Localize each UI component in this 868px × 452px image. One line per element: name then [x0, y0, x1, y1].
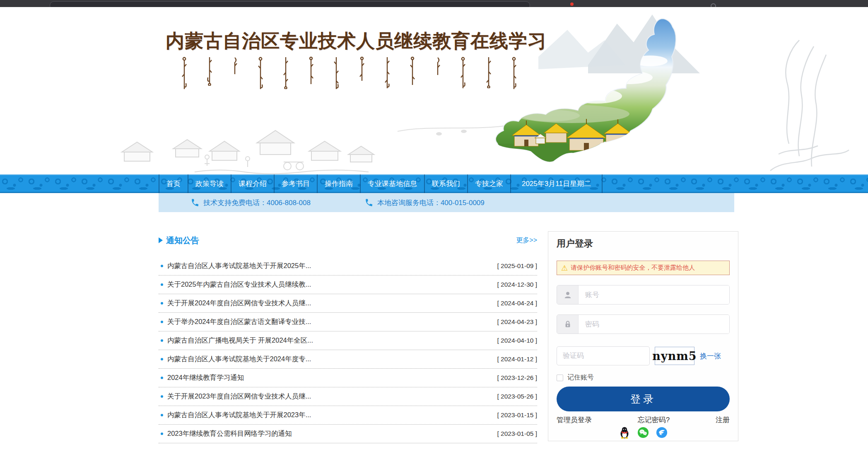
user-icon: [557, 285, 579, 304]
captcha-row: nynm5 换一张: [557, 346, 730, 365]
notices-header: 通知公告 更多>>: [159, 232, 537, 249]
notification-dot-icon: [570, 2, 574, 6]
notice-item[interactable]: 内蒙古自治区广播电视局关于 开展2024年全区...[ 2024-04-10 ]: [159, 331, 537, 350]
security-warning: ⚠ 请保护你账号和密码的安全，不要泄露给他人: [557, 261, 730, 275]
captcha-image[interactable]: nynm5: [655, 347, 694, 365]
notice-link[interactable]: 关于开展2023年度自治区网信专业技术人员继...: [167, 392, 311, 401]
notice-item[interactable]: 2024年继续教育学习通知[ 2023-12-26 ]: [159, 369, 537, 387]
bullet-icon: [161, 321, 163, 323]
nav-item-guide[interactable]: 操作指南: [318, 174, 361, 193]
dingtalk-icon[interactable]: [656, 426, 668, 439]
login-panel: 用户登录 ⚠ 请保护你账号和密码的安全，不要泄露给他人 nynm5 换一张 记住…: [548, 231, 738, 441]
site-title: 内蒙古自治区专业技术人员继续教育在线学习: [166, 29, 538, 53]
admin-login-link[interactable]: 管理员登录: [557, 415, 592, 425]
bullet-icon: [161, 283, 163, 286]
bullet-icon: [161, 433, 163, 435]
warning-icon: ⚠: [561, 263, 568, 273]
bullet-icon: [161, 377, 163, 379]
browser-chrome-bar: [0, 0, 868, 7]
nav-item-zhuanji-home[interactable]: 专技之家: [468, 174, 511, 193]
nav-item-courses[interactable]: 课程介绍: [231, 174, 275, 193]
notice-link[interactable]: 内蒙古自治区人事考试院基地关于2024年度专...: [167, 355, 311, 364]
notice-link[interactable]: 内蒙古自治区人事考试院基地关于开展2023年...: [167, 411, 311, 420]
notice-date: [ 2023-01-15 ]: [497, 411, 537, 419]
warning-text: 请保护你账号和密码的安全，不要泄露给他人: [571, 264, 695, 272]
bullet-icon: [161, 302, 163, 305]
notice-item[interactable]: 内蒙古自治区人事考试院基地关于2024年度专...[ 2024-01-12 ]: [159, 350, 537, 369]
password-field-wrap: [557, 314, 730, 334]
lock-icon: [557, 315, 579, 334]
notice-date: [ 2023-12-26 ]: [497, 374, 537, 382]
notice-item[interactable]: 关于开展2023年度自治区网信专业技术人员继...[ 2023-05-26 ]: [159, 387, 537, 406]
bullet-icon: [161, 339, 163, 342]
bullet-icon: [161, 358, 163, 360]
mongolian-script: [181, 56, 517, 92]
more-link[interactable]: 更多>>: [516, 236, 537, 245]
notice-item[interactable]: 关于举办2024年度自治区蒙古语文翻译专业技...[ 2024-04-23 ]: [159, 313, 537, 331]
site-banner: 内蒙古自治区专业技术人员继续教育在线学习: [0, 7, 868, 174]
notice-date: [ 2023-01-05 ]: [497, 430, 537, 437]
notice-link[interactable]: 关于举办2024年度自治区蒙古语文翻译专业技...: [167, 317, 311, 326]
notice-item[interactable]: 内蒙古自治区人事考试院基地关于开展2023年...[ 2023-01-15 ]: [159, 406, 537, 425]
notice-date: [ 2025-01-09 ]: [497, 262, 537, 270]
support-phone-text: 技术支持免费电话：4006-808-008: [203, 198, 311, 208]
captcha-input[interactable]: [557, 346, 650, 365]
nav-item-home[interactable]: 首页: [159, 174, 188, 193]
notice-item[interactable]: 内蒙古自治区人事考试院基地关于开展2025年...[ 2025-01-09 ]: [159, 257, 537, 276]
login-button[interactable]: 登录: [557, 387, 730, 411]
local-phone-text: 本地咨询服务电话：400-015-0009: [377, 198, 485, 208]
forgot-password-link[interactable]: 忘记密码?: [638, 415, 670, 425]
notices-section: 通知公告 更多>> 内蒙古自治区人事考试院基地关于开展2025年...[ 202…: [159, 232, 537, 443]
notice-link[interactable]: 2024年继续教育学习通知: [167, 373, 244, 382]
notice-list: 内蒙古自治区人事考试院基地关于开展2025年...[ 2025-01-09 ] …: [159, 257, 537, 443]
captcha-refresh-link[interactable]: 换一张: [700, 351, 721, 361]
remember-checkbox[interactable]: [557, 375, 563, 381]
bullet-icon: [161, 265, 163, 267]
notice-date: [ 2023-05-26 ]: [497, 393, 537, 400]
notice-date: [ 2024-01-12 ]: [497, 355, 537, 363]
notice-link[interactable]: 2023年继续教育公需科目网络学习的通知: [167, 429, 292, 438]
account-input[interactable]: [579, 285, 729, 304]
notice-link[interactable]: 内蒙古自治区广播电视局关于 开展2024年全区...: [167, 336, 313, 345]
remember-row: 记住账号: [557, 373, 730, 382]
nav-date: 2025年3月11日星期二: [511, 174, 603, 193]
bullet-icon: [161, 395, 163, 398]
login-title: 用户登录: [557, 237, 730, 250]
notice-item[interactable]: 2023年继续教育公需科目网络学习的通知[ 2023-01-05 ]: [159, 425, 537, 443]
local-phone: 本地咨询服务电话：400-015-0009: [364, 198, 485, 208]
notice-item[interactable]: 关于开展2024年度自治区网信专业技术人员继...[ 2024-04-24 ]: [159, 294, 537, 313]
nav-item-contact[interactable]: 联系我们: [425, 174, 468, 193]
wechat-icon[interactable]: [637, 426, 649, 439]
notice-date: [ 2024-04-24 ]: [497, 300, 537, 307]
bullet-icon: [161, 414, 163, 416]
remember-label: 记住账号: [567, 373, 594, 382]
nav-item-base-info[interactable]: 专业课基地信息: [361, 174, 425, 193]
phone-icon: [190, 198, 200, 207]
register-link[interactable]: 注册: [716, 415, 730, 425]
phone-bar: 技术支持免费电话：4006-808-008 本地咨询服务电话：400-015-0…: [159, 193, 734, 212]
account-field-wrap: [557, 285, 730, 305]
notice-link[interactable]: 关于开展2024年度自治区网信专业技术人员继...: [167, 299, 311, 308]
nav-item-books[interactable]: 参考书目: [275, 174, 318, 193]
qq-icon[interactable]: [619, 426, 630, 439]
notice-date: [ 2024-04-10 ]: [497, 337, 537, 344]
notices-title: 通知公告: [166, 235, 199, 246]
main-nav: 首页 政策导读 课程介绍 参考书目 操作指南 专业课基地信息 联系我们 专技之家…: [0, 174, 868, 193]
section-marker-icon: [159, 237, 163, 243]
social-login-row: [557, 426, 730, 439]
notice-item[interactable]: 关于2025年内蒙古自治区专业技术人员继续教...[ 2024-12-30 ]: [159, 276, 537, 294]
login-links: 管理员登录 忘记密码? 注册: [557, 415, 730, 425]
notice-date: [ 2024-04-23 ]: [497, 318, 537, 326]
nav-item-policy[interactable]: 政策导读: [188, 174, 231, 193]
notice-link[interactable]: 内蒙古自治区人事考试院基地关于开展2025年...: [167, 261, 311, 271]
password-input[interactable]: [579, 315, 729, 334]
support-phone: 技术支持免费电话：4006-808-008: [190, 198, 311, 208]
notice-date: [ 2024-12-30 ]: [497, 281, 537, 288]
notice-link[interactable]: 关于2025年内蒙古自治区专业技术人员继续教...: [167, 280, 311, 289]
phone-icon: [364, 198, 374, 207]
